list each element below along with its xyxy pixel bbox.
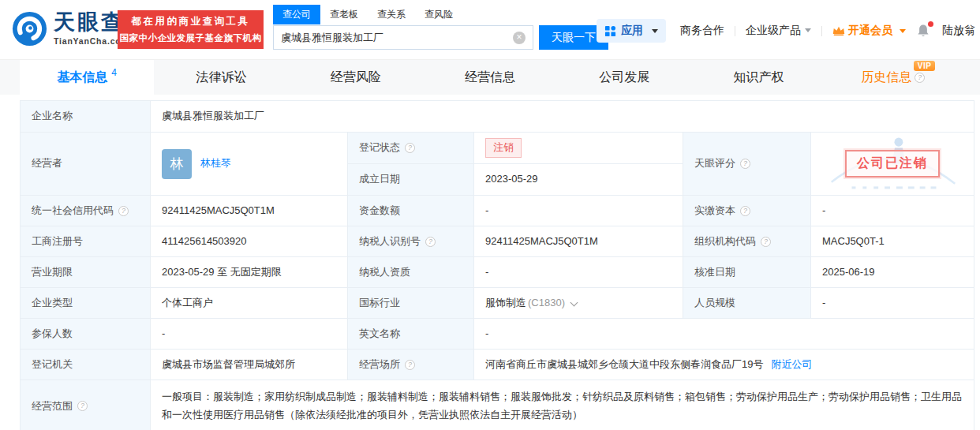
search-tab-boss[interactable]: 查老板 <box>320 5 368 24</box>
search-tab-risk[interactable]: 查风险 <box>415 5 462 24</box>
status-date-block: 登记状态 ? 注销 成立日期 2023-05-29 <box>348 133 683 195</box>
label-text: 纳税人识别号 <box>359 234 421 249</box>
search-tab-company[interactable]: 查公司 <box>273 5 320 24</box>
taxpayer-qualification-label: 纳税人资质 <box>348 257 474 287</box>
chevron-down-icon[interactable] <box>570 298 578 306</box>
capital-amount-value: - <box>474 196 683 226</box>
help-icon[interactable]: ? <box>118 206 129 216</box>
eye-logo-icon <box>11 10 48 47</box>
tab-basic-info[interactable]: 基本信息 4 <box>20 60 154 95</box>
staff-size-label: 人员规模 <box>683 288 811 318</box>
help-icon[interactable]: ? <box>425 237 436 247</box>
help-icon[interactable]: ? <box>915 73 925 83</box>
slogan-banner: 都在用的商业查询工具 国家中小企业发展子基金旗下机构 <box>118 10 264 49</box>
org-code-value: MACJ5Q0T-1 <box>811 226 974 256</box>
label-text: 实缴资本 <box>694 204 735 218</box>
help-icon[interactable]: ? <box>761 237 771 247</box>
tab-company-development[interactable]: 公司发展 <box>557 60 691 95</box>
registration-status-cell: 注销 <box>474 133 683 163</box>
tab-label: 公司发展 <box>599 69 649 86</box>
label-text: 组织机构代码 <box>694 234 756 249</box>
business-term-label: 营业期限 <box>21 257 151 287</box>
tab-label: 历史信息 <box>861 69 911 86</box>
vip-badge: VIP <box>914 61 936 71</box>
credit-code-label: 统一社会信用代码 ? <box>21 196 151 226</box>
table-row: 企业名称 虞城县雅恒服装加工厂 <box>21 101 974 133</box>
search-area: 查公司 查老板 查关系 查风险 × 天眼一下 <box>273 5 608 50</box>
business-term-value: 2023-05-29 至 无固定期限 <box>151 257 348 287</box>
registration-authority-label: 登记机关 <box>21 350 151 380</box>
operator-cell: 林 林桂琴 <box>151 133 348 195</box>
tab-intellectual-property[interactable]: 知识产权 <box>691 60 825 95</box>
taxpayer-qualification-value: - <box>474 257 683 287</box>
table-row: 统一社会信用代码 ? 92411425MACJ5Q0T1M 资金数额 - 实缴资… <box>21 196 974 226</box>
username[interactable]: 陆放翁 <box>942 24 975 38</box>
basic-info-table: 企业名称 虞城县雅恒服装加工厂 经营者 林 林桂琴 登记状态 ? 注销 成立日期… <box>20 100 974 430</box>
table-row: 经营者 林 林桂琴 登记状态 ? 注销 成立日期 2023-05-29 天眼评分 <box>21 133 974 196</box>
table-row: 营业期限 2023-05-29 至 无固定期限 纳税人资质 - 核准日期 202… <box>21 257 974 288</box>
taxpayer-id-value: 92411425MACJ5Q0T1M <box>474 226 683 256</box>
help-icon[interactable]: ? <box>740 159 750 169</box>
avatar[interactable]: 林 <box>162 149 192 179</box>
industry-label: 国标行业 <box>348 288 474 318</box>
tab-label: 经营风险 <box>331 69 381 86</box>
english-name-value: - <box>474 319 974 349</box>
clear-search-icon[interactable]: × <box>513 32 526 44</box>
industry-value: 服饰制造 (C1830) <box>474 288 683 318</box>
tab-operational-risk[interactable]: 经营风险 <box>289 60 423 95</box>
help-icon[interactable]: ? <box>740 206 750 216</box>
operator-name-link[interactable]: 林桂琴 <box>200 156 231 170</box>
search-input[interactable] <box>281 32 513 43</box>
slogan-line1: 都在用的商业查询工具 <box>118 15 264 28</box>
tab-legal-proceedings[interactable]: 法律诉讼 <box>154 60 288 95</box>
grid-icon <box>604 25 616 37</box>
company-name-value: 虞城县雅恒服装加工厂 <box>151 101 974 132</box>
tab-label: 经营信息 <box>465 69 515 86</box>
english-name-label: 英文名称 <box>348 319 474 349</box>
insured-count-label: 参保人数 <box>21 319 151 349</box>
tianyan-score-label: 天眼评分 ? <box>683 133 811 195</box>
nav-open-membership[interactable]: 开通会员 <box>832 24 906 38</box>
table-row: 企业类型 个体工商户 国标行业 服饰制造 (C1830) 人员规模 - <box>21 288 974 319</box>
approval-date-label: 核准日期 <box>683 257 811 287</box>
nav-enterprise-products[interactable]: 企业级产品 <box>746 24 811 38</box>
notification-dot <box>928 21 933 27</box>
nearby-companies-link[interactable]: 附近公司 <box>771 357 812 372</box>
nav-business-cooperation[interactable]: 商务合作 <box>680 24 724 38</box>
address-text: 河南省商丘市虞城县城郊乡仓颉大道中段东侧春润食品厂19号 <box>485 357 763 372</box>
staff-size-value: - <box>811 288 974 318</box>
insured-count-value: - <box>151 319 348 349</box>
established-date-label: 成立日期 <box>348 164 474 195</box>
business-premises-label: 经营场所 ? <box>348 350 474 380</box>
help-icon[interactable]: ? <box>77 401 88 411</box>
tianyancha-logo[interactable]: 天眼查 TianYanCha.com <box>11 10 129 47</box>
divider <box>821 26 822 36</box>
tab-history-info[interactable]: 历史信息 ? VIP <box>826 60 960 95</box>
company-name-label: 企业名称 <box>21 101 151 132</box>
paid-in-capital-value: - <box>811 196 974 226</box>
business-premises-value: 河南省商丘市虞城县城郊乡仓颉大道中段东侧春润食品厂19号 附近公司 <box>474 350 974 380</box>
label-text: 经营范围 <box>32 399 73 413</box>
tab-label: 基本信息 <box>57 69 107 86</box>
notifications-bell-icon[interactable] <box>916 23 930 39</box>
apps-menu[interactable]: 应用 <box>597 19 666 43</box>
enterprise-label: 企业级产品 <box>746 24 801 36</box>
table-row: 登记机关 虞城县市场监督管理局城郊所 经营场所 ? 河南省商丘市虞城县城郊乡仓颉… <box>21 350 974 380</box>
tab-business-info[interactable]: 经营信息 <box>423 60 557 95</box>
score-stamp-cell: 公司已注销 <box>811 133 974 195</box>
chevron-down-icon <box>900 29 906 33</box>
chevron-down-icon <box>805 28 811 32</box>
registration-status-label: 登记状态 ? <box>348 133 474 163</box>
help-icon[interactable]: ? <box>405 360 415 370</box>
company-type-label: 企业类型 <box>21 288 151 318</box>
established-date-value: 2023-05-29 <box>474 164 683 195</box>
company-type-value: 个体工商户 <box>151 288 348 318</box>
search-tab-relation[interactable]: 查关系 <box>368 5 415 24</box>
label-text: 统一社会信用代码 <box>32 204 114 218</box>
operator-label: 经营者 <box>21 133 151 195</box>
paid-in-capital-label: 实缴资本 ? <box>683 196 811 226</box>
section-tabbar: 基本信息 4 法律诉讼 经营风险 经营信息 公司发展 知识产权 历史信息 ? V… <box>0 59 980 95</box>
tab-label: 法律诉讼 <box>196 69 246 86</box>
industry-code: (C1830) <box>528 296 565 310</box>
help-icon[interactable]: ? <box>405 143 415 153</box>
